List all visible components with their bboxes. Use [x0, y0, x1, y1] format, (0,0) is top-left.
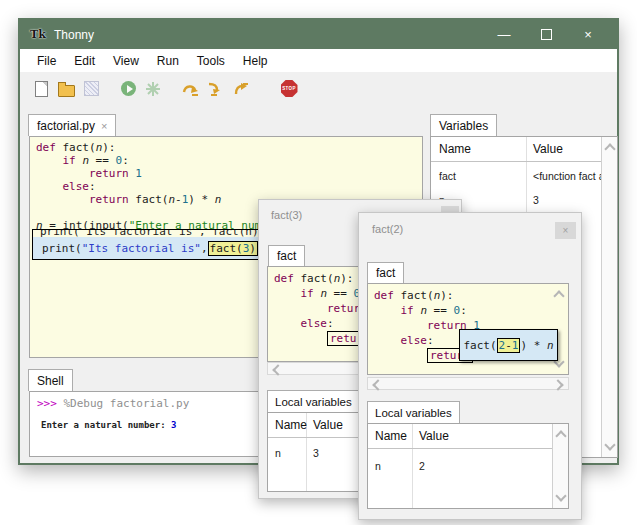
thonny-logo-icon: Tk: [30, 27, 46, 43]
frame-window-fact2[interactable]: fact(2) × fact def fact(n): if n == 0: r…: [358, 212, 582, 520]
shell-tab-label: Shell: [37, 374, 64, 388]
stop-button[interactable]: STOP: [279, 79, 299, 99]
scroll-right-icon[interactable]: [552, 379, 563, 390]
minimize-button[interactable]: —: [483, 20, 525, 49]
step-out-icon: [231, 81, 249, 97]
new-file-button[interactable]: [31, 79, 51, 99]
titlebar[interactable]: Tk Thonny — ×: [20, 20, 617, 49]
step-out-button[interactable]: [230, 79, 250, 99]
shell-command-line: >>> %Debug factorial.py: [37, 397, 189, 410]
menu-tools[interactable]: Tools: [188, 54, 234, 68]
code-line: if n == 0:: [36, 154, 422, 167]
scroll-up-icon[interactable]: [604, 143, 615, 154]
menu-file[interactable]: File: [28, 54, 65, 68]
window-controls: — ×: [483, 20, 609, 49]
locals-tab[interactable]: Local variables: [367, 401, 460, 423]
code-line: def fact(n):: [374, 288, 568, 303]
code-line: else:: [36, 180, 422, 193]
maximize-icon: [541, 29, 552, 40]
locals-header: Name Value: [368, 424, 568, 449]
focused-expression: 2-1: [497, 338, 521, 353]
focused-expression: fact(3): [208, 241, 258, 256]
scroll-left-icon[interactable]: [372, 379, 383, 390]
shell-command: %Debug factorial.py: [64, 397, 190, 410]
locals-table: Name Value n 2: [367, 423, 569, 509]
step-into-button[interactable]: [205, 79, 225, 99]
debug-script-button[interactable]: [143, 79, 163, 99]
toolbar: STOP: [20, 72, 617, 105]
window-title: Thonny: [54, 28, 94, 42]
debug-star-icon: [145, 81, 161, 97]
locals-tab[interactable]: Local variables: [267, 390, 360, 412]
new-file-icon: [35, 81, 48, 97]
step-into-icon: [206, 81, 224, 97]
code-line: def fact(n):: [36, 141, 422, 154]
scroll-left-icon[interactable]: [272, 364, 283, 375]
frame-title: fact(2): [372, 223, 403, 235]
menu-edit[interactable]: Edit: [65, 54, 104, 68]
shell-prompt: >>>: [37, 397, 64, 410]
run-play-icon: [121, 81, 136, 96]
save-file-button[interactable]: [81, 79, 101, 99]
screen: Tk Thonny — × File Edit View Run Tools H…: [0, 0, 637, 525]
evaluation-overlay: fact(2-1) * n: [459, 329, 558, 361]
close-button[interactable]: ×: [567, 20, 609, 49]
save-disk-icon: [84, 81, 99, 96]
menu-view[interactable]: View: [104, 54, 148, 68]
run-script-button[interactable]: [118, 79, 138, 99]
tab-fact[interactable]: fact: [367, 262, 404, 283]
menu-run[interactable]: Run: [148, 54, 188, 68]
step-over-button[interactable]: [180, 79, 200, 99]
tab-close-icon[interactable]: ×: [101, 120, 107, 132]
stop-sign-icon: STOP: [281, 80, 298, 97]
open-file-button[interactable]: [56, 79, 76, 99]
menubar: File Edit View Run Tools Help: [20, 49, 617, 72]
variables-scrollbar[interactable]: [601, 137, 617, 457]
frame-hscrollbar[interactable]: [367, 377, 569, 390]
tab-factorial-py[interactable]: factorial.py ×: [28, 114, 116, 136]
editor-tab-label: factorial.py: [37, 119, 95, 133]
code-line: if n == 0:: [374, 303, 568, 318]
frame-title: fact(3): [271, 209, 302, 221]
open-folder-icon: [58, 85, 75, 97]
scroll-down-icon[interactable]: [604, 439, 615, 450]
scroll-down-icon[interactable]: [555, 490, 566, 501]
value-column-header: Value: [533, 142, 563, 156]
step-over-icon: [181, 81, 200, 97]
variables-tab-label: Variables: [439, 119, 488, 133]
tab-shell[interactable]: Shell: [28, 369, 73, 391]
locals-scrollbar[interactable]: [552, 424, 568, 508]
tab-fact[interactable]: fact: [268, 245, 305, 266]
frame-close-button[interactable]: ×: [555, 222, 576, 239]
variables-header: Name Value: [431, 137, 617, 162]
shell-user-input: 3: [171, 420, 176, 430]
shell-io-line: Enter a natural number: 3: [41, 420, 176, 430]
scroll-up-icon[interactable]: [555, 430, 566, 441]
maximize-button[interactable]: [525, 20, 567, 49]
name-column-header: Name: [439, 142, 471, 156]
code-line: return 1: [36, 167, 422, 180]
menu-help[interactable]: Help: [234, 54, 277, 68]
tab-variables[interactable]: Variables: [430, 114, 497, 136]
